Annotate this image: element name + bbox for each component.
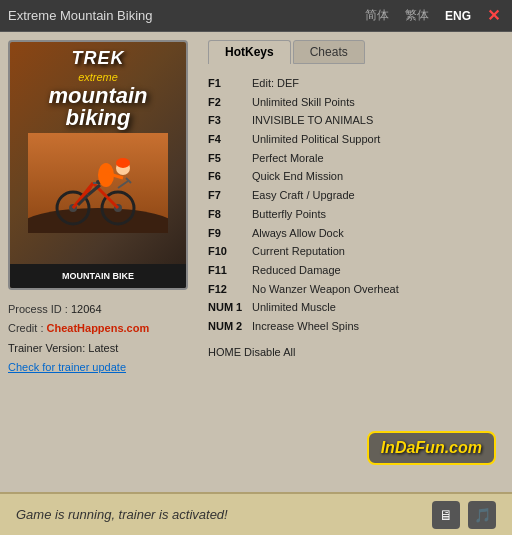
bottom-bar: Game is running, trainer is activated! 🖥…: [0, 492, 512, 535]
cover-bottom-bar: MOUNTAIN BIKE: [10, 264, 186, 288]
hotkey-desc: INVISIBLE TO ANIMALS: [252, 111, 373, 130]
hotkey-desc: Current Reputation: [252, 242, 345, 261]
hotkey-key: F12: [208, 280, 248, 299]
right-panel: HotKeys Cheats F1Edit: DEFF2Unlimited Sk…: [200, 32, 512, 492]
credit-value: CheatHappens.com: [47, 322, 150, 334]
check-update-link[interactable]: Check for trainer update: [8, 361, 126, 373]
check-update-row: Check for trainer update: [8, 360, 192, 375]
tab-hotkeys[interactable]: HotKeys: [208, 40, 291, 64]
hotkey-desc: Quick End Mission: [252, 167, 343, 186]
hotkey-row: F8Butterfly Points: [208, 205, 504, 224]
hotkey-row: F7Easy Craft / Upgrade: [208, 186, 504, 205]
hotkey-desc: Butterfly Points: [252, 205, 326, 224]
tab-cheats[interactable]: Cheats: [293, 40, 365, 64]
hotkey-row: F5Perfect Morale: [208, 149, 504, 168]
hotkey-row: F1Edit: DEF: [208, 74, 504, 93]
cover-trek-label: TREK: [72, 48, 125, 69]
hotkey-key: F2: [208, 93, 248, 112]
lang-simplified[interactable]: 简体: [361, 5, 393, 26]
hotkey-desc: Increase Wheel Spins: [252, 317, 359, 336]
cover-title-label: mountainbiking: [43, 85, 154, 129]
hotkey-row: F12No Wanzer Weapon Overheat: [208, 280, 504, 299]
hotkey-desc: Perfect Morale: [252, 149, 324, 168]
hotkey-row: F11Reduced Damage: [208, 261, 504, 280]
hotkey-row: F6Quick End Mission: [208, 167, 504, 186]
close-button[interactable]: ✕: [483, 6, 504, 25]
trainer-version-label: Trainer Version: Latest: [8, 342, 118, 354]
hotkey-row: F4Unlimited Political Support: [208, 130, 504, 149]
hotkey-row: NUM 1Unlimited Muscle: [208, 298, 504, 317]
hotkey-key: F3: [208, 111, 248, 130]
left-panel: TREK extreme mountainbiking: [0, 32, 200, 492]
hotkey-desc: Easy Craft / Upgrade: [252, 186, 355, 205]
hotkey-key: F11: [208, 261, 248, 280]
monitor-icon[interactable]: 🖥: [432, 501, 460, 529]
lang-traditional[interactable]: 繁体: [401, 5, 433, 26]
title-bar: Extreme Mountain Biking 简体 繁体 ENG ✕: [0, 0, 512, 32]
hotkey-key: NUM 1: [208, 298, 248, 317]
cover-extreme-label: extreme: [78, 71, 118, 83]
hotkey-desc: Reduced Damage: [252, 261, 341, 280]
credit-row: Credit : CheatHappens.com: [8, 321, 192, 336]
bottom-icons: 🖥 🎵: [432, 501, 496, 529]
hotkey-row: F10Current Reputation: [208, 242, 504, 261]
hotkey-row: F2Unlimited Skill Points: [208, 93, 504, 112]
cover-bike-image: [28, 133, 168, 233]
hotkey-desc: Unlimited Skill Points: [252, 93, 355, 112]
cover-bottom-text: MOUNTAIN BIKE: [62, 271, 134, 281]
hotkey-key: F7: [208, 186, 248, 205]
hotkey-row: F9Always Allow Dock: [208, 224, 504, 243]
hotkey-key: F4: [208, 130, 248, 149]
hotkey-row: F3INVISIBLE TO ANIMALS: [208, 111, 504, 130]
hotkey-key: F10: [208, 242, 248, 261]
process-label: Process ID :: [8, 303, 71, 315]
info-section: Process ID : 12064 Credit : CheatHappens…: [8, 298, 192, 384]
game-cover: TREK extreme mountainbiking: [8, 40, 188, 290]
process-id-row: Process ID : 12064: [8, 302, 192, 317]
hotkey-desc: Unlimited Political Support: [252, 130, 380, 149]
main-area: TREK extreme mountainbiking: [0, 32, 512, 492]
hotkey-desc: Edit: DEF: [252, 74, 299, 93]
trainer-version-row: Trainer Version: Latest: [8, 341, 192, 356]
hotkey-key: F9: [208, 224, 248, 243]
hotkeys-list: F1Edit: DEFF2Unlimited Skill PointsF3INV…: [208, 74, 504, 336]
language-selector: 简体 繁体 ENG: [361, 5, 475, 26]
hotkey-key: F1: [208, 74, 248, 93]
status-text: Game is running, trainer is activated!: [16, 507, 228, 522]
app-title: Extreme Mountain Biking: [8, 8, 361, 23]
home-action-row: HOME Disable All: [208, 346, 504, 358]
music-icon[interactable]: 🎵: [468, 501, 496, 529]
hotkey-desc: No Wanzer Weapon Overheat: [252, 280, 399, 299]
hotkey-desc: Unlimited Muscle: [252, 298, 336, 317]
credit-label: Credit :: [8, 322, 47, 334]
tab-bar: HotKeys Cheats: [208, 40, 504, 64]
hotkey-key: F6: [208, 167, 248, 186]
process-id-value: 12064: [71, 303, 102, 315]
hotkey-key: F5: [208, 149, 248, 168]
bike-svg: [28, 133, 168, 233]
hotkey-row: NUM 2Increase Wheel Spins: [208, 317, 504, 336]
lang-english[interactable]: ENG: [441, 7, 475, 25]
hotkey-key: F8: [208, 205, 248, 224]
svg-point-16: [116, 158, 130, 168]
hotkey-desc: Always Allow Dock: [252, 224, 344, 243]
hotkey-key: NUM 2: [208, 317, 248, 336]
